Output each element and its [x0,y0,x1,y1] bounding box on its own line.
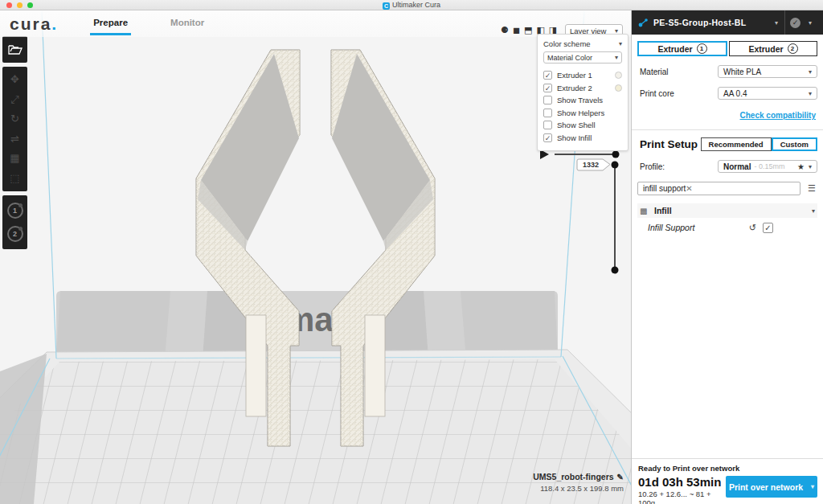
model-info: UMS5_robot-fingers✎ 118.4 x 23.5 x 199.8… [498,472,624,493]
check-compatibility-link[interactable]: Check compatibility [740,111,816,120]
show-travels-row: Show Travels [543,94,622,107]
tab-prepare[interactable]: Prepare [90,10,131,37]
chevron-down-icon: ▾ [770,19,783,27]
job-status: Ready to Print over network [638,464,823,473]
extruder-1-tab[interactable]: Extruder 1 [637,41,727,56]
infill-icon: ▩ [640,207,651,215]
scale-tool-icon[interactable]: ⤢ [10,94,18,105]
chevron-down-icon: ▾ [811,483,814,490]
material-estimate: 10.26 + 12.6... ~ 81 + 100g [638,490,726,504]
print-over-network-button[interactable]: Print over network▾ [726,476,817,498]
chevron-down-icon: ▾ [809,163,812,170]
setup-mode-switch: Recommended Custom [701,137,817,151]
machine-name: PE-S5-Group-Host-BL [653,18,770,27]
layer-number-tag: 1332 [577,159,610,170]
show-helpers-checkbox[interactable] [543,109,552,117]
custom-mode-button[interactable]: Custom [772,137,817,151]
color-scheme-dropdown[interactable]: Material Color▾ [543,51,622,64]
right-support-tower [365,315,385,416]
print-setup-title: Print Setup [637,138,701,150]
rotate-tool-icon[interactable]: ↻ [10,113,19,125]
color-scheme-panel: Color scheme ▾ Material Color▾ Extruder … [537,34,629,151]
material-dropdown[interactable]: White PLA▾ [718,65,817,78]
setting-search-input[interactable]: infill support ✕ [637,182,800,195]
chevron-down-icon[interactable]: ▾ [619,40,622,47]
extruder-1-visibility-row: Extruder 1 [543,69,622,82]
cura-logo-dot: . [51,14,58,33]
recommended-mode-button[interactable]: Recommended [701,137,772,151]
mirror-tool-icon[interactable]: ⇌ [10,133,19,145]
chevron-down-icon: ▾ [809,90,812,97]
extruder-2-visibility-row: Extruder 2 [543,82,622,95]
move-tool-icon[interactable]: ✥ [10,74,19,85]
reset-setting-icon[interactable]: ↺ [749,223,756,233]
extruder-2-number: 2 [788,43,798,54]
top-view-icon[interactable]: ⬒ [524,25,532,35]
chevron-down-icon[interactable]: ▾ [804,19,817,27]
front-view-icon[interactable]: ◼ [513,25,520,35]
setting-visibility-menu-icon[interactable]: ☰ [806,183,817,194]
tab-monitor[interactable]: Monitor [167,10,207,37]
extruder-1-select-button[interactable]: 1 [7,203,23,219]
rename-model-icon[interactable]: ✎ [617,473,624,481]
window-title: CUltimaker Cura [0,0,823,10]
show-shell-row: Show Shell [543,119,622,132]
per-model-settings-icon[interactable]: ▦ [10,153,19,164]
support-blocker-icon[interactable]: ⬚ [10,173,19,184]
show-helpers-row: Show Helpers [543,107,622,120]
network-printer-icon [638,18,649,27]
wall-shadow-left [56,291,170,359]
color-scheme-title: Color scheme [543,39,591,48]
print-time-estimate: 01d 03h 53min [638,475,726,489]
tool-panel: ✥ ⤢ ↻ ⇌ ▦ ⬚ [2,67,27,191]
wall-shadow-right [461,291,558,359]
window-titlebar: CUltimaker Cura [0,0,823,10]
extruder-2-select-button[interactable]: 2 [7,226,23,242]
machine-selector[interactable]: PE-S5-Group-Host-BL ▾ ✓ ▾ [632,10,823,35]
extruder-tabs: Extruder 1 Extruder 2 [637,41,817,56]
model-name: UMS5_robot-fingers [533,472,613,481]
divider [784,10,785,35]
print-core-dropdown[interactable]: AA 0.4▾ [718,87,817,100]
show-travels-checkbox[interactable] [543,96,552,104]
show-shell-checkbox[interactable] [543,121,552,129]
print-core-label: Print core [637,89,718,98]
chevron-down-icon: ▾ [615,54,618,61]
infill-section-header[interactable]: ▩ Infill ▾ [637,203,817,218]
layer-slider-bottom-handle[interactable] [612,267,619,274]
infill-support-checkbox[interactable] [763,223,773,233]
printer-status-icon[interactable]: ✓ [790,18,800,28]
left-support-tower [246,315,266,416]
cura-app-icon: C [383,2,390,10]
divider [632,129,823,130]
extruder-select-panel: 1 2 [2,195,27,249]
show-infill-row: Show Infill [543,132,622,145]
open-file-button[interactable] [8,43,23,55]
chevron-down-icon: ▾ [812,207,815,215]
infill-support-setting: Infill Support ↺ [637,220,817,235]
extruder-2-tab[interactable]: Extruder 2 [729,41,817,56]
material-label: Material [637,68,718,76]
chevron-down-icon: ▾ [809,68,812,76]
clear-search-icon[interactable]: ✕ [686,184,692,193]
3d-view-icon[interactable]: ⚈ [501,25,509,35]
profile-dropdown[interactable]: Normal - 0.15mm ★ ▾ [718,160,817,173]
show-infill-checkbox[interactable] [543,133,552,142]
extruder-2-color-swatch [615,84,622,92]
open-file-block [2,36,27,63]
model-dimensions: 118.4 x 23.5 x 199.8 mm [498,484,624,493]
cura-logo: cura. [10,14,58,34]
svg-text:1332: 1332 [583,161,599,169]
job-summary-footer: Ready to Print over network 01d 03h 53mi… [632,458,823,504]
extruder-1-color-swatch [615,72,622,79]
extruder-2-checkbox[interactable] [543,84,552,92]
layer-slider-top-handle[interactable] [612,162,619,169]
profile-label: Profile: [637,162,718,171]
settings-sidebar: PE-S5-Group-Host-BL ▾ ✓ ▾ Extruder 1 Ext… [631,10,823,504]
extruder-1-checkbox[interactable] [543,71,552,80]
extruder-1-number: 1 [697,43,707,54]
star-icon[interactable]: ★ [797,162,805,171]
